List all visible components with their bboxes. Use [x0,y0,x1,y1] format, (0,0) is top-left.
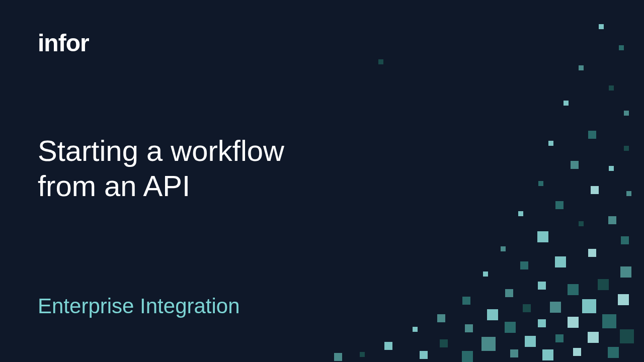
decorative-pattern [392,0,644,362]
brand-logo: infor [38,31,89,55]
page-subtitle: Enterprise Integration [38,294,240,318]
page-title: Starting a workflow from an API [38,133,284,203]
